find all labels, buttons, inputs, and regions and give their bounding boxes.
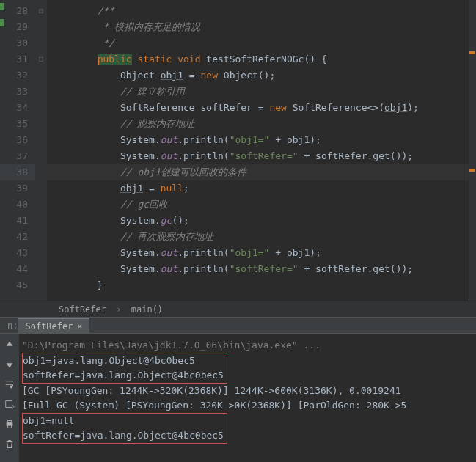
console-output[interactable]: "D:\Program Files\Java\jdk1.7.0_06\bin\j… [19, 334, 476, 462]
code-line[interactable]: */ [47, 35, 469, 51]
code-line[interactable]: // 建立软引用 [47, 84, 469, 100]
line-number[interactable]: 38 [0, 164, 35, 180]
line-number[interactable]: 37 [0, 148, 35, 164]
code-line[interactable]: System.gc(); [47, 213, 469, 229]
fold-handle[interactable]: ⊟ [35, 3, 47, 19]
code-line[interactable]: } [47, 277, 469, 293]
line-number[interactable]: 33 [0, 84, 35, 100]
warning-mark[interactable] [469, 51, 475, 54]
fold-handle[interactable] [35, 132, 47, 148]
console-line: [Full GC (System) [PSYoungGen: 320K->0K(… [22, 398, 473, 413]
run-toolbar: n: SoftRefer ✕ [0, 317, 476, 333]
code-line[interactable]: // 再次观察内存地址 [47, 229, 469, 245]
highlight-box-1: obj1=java.lang.Object@4bc0bec5 softRefer… [22, 353, 227, 384]
wrap-icon[interactable] [4, 379, 15, 392]
fold-handle[interactable] [35, 35, 47, 51]
run-tab-label: SoftRefer [25, 318, 73, 334]
code-area[interactable]: /** * 模拟内存充足的情况 */ public static void te… [47, 0, 469, 301]
line-number[interactable]: 32 [0, 67, 35, 84]
scroll-icon[interactable] [4, 399, 15, 411]
line-number[interactable]: 29 [0, 19, 35, 35]
breadcrumb-class[interactable]: SoftRefer [59, 304, 106, 315]
line-number[interactable]: 41 [0, 213, 35, 229]
code-line[interactable]: System.out.println("obj1=" + obj1); [47, 245, 469, 261]
console-toolbar [0, 334, 19, 462]
fold-handle[interactable] [35, 197, 47, 213]
fold-handle[interactable] [35, 213, 47, 229]
breadcrumb[interactable]: SoftRefer › main() [0, 301, 476, 317]
console-line: obj1=null [23, 414, 224, 428]
fold-handle[interactable] [35, 277, 47, 293]
code-line[interactable]: obj1 = null; [47, 180, 469, 197]
code-line[interactable]: System.out.println("softRefer=" + softRe… [47, 261, 469, 277]
code-editor[interactable]: 282930313233343536373839404142434445 ⊟⊟ … [0, 0, 476, 301]
fold-handle[interactable] [35, 245, 47, 261]
console-line: softRefer=java.lang.Object@4bc0bec5 [23, 368, 224, 383]
highlight-box-2: obj1=null softRefer=java.lang.Object@4bc… [22, 413, 227, 444]
line-number[interactable]: 39 [0, 180, 35, 197]
breadcrumb-sep: › [116, 304, 121, 315]
fold-handle[interactable] [35, 67, 47, 84]
code-line[interactable]: // 观察内存地址 [47, 116, 469, 132]
breadcrumb-method[interactable]: main() [131, 304, 163, 315]
fold-column[interactable]: ⊟⊟ [35, 0, 47, 301]
trash-icon[interactable] [4, 439, 15, 451]
line-number[interactable]: 44 [0, 261, 35, 277]
console-line: obj1=java.lang.Object@4bc0bec5 [23, 353, 224, 368]
code-line[interactable]: Object obj1 = new Object(); [47, 67, 469, 84]
up-icon[interactable] [4, 340, 15, 352]
line-number[interactable]: 40 [0, 197, 35, 213]
fold-handle[interactable] [35, 261, 47, 277]
fold-handle[interactable] [35, 100, 47, 116]
console-cmd: "D:\Program Files\Java\jdk1.7.0_06\bin\j… [22, 338, 473, 353]
fold-handle[interactable]: ⊟ [35, 51, 47, 67]
svg-rect-0 [6, 401, 12, 408]
code-line[interactable]: // obj1创建可以回收的条件 [47, 164, 469, 180]
fold-handle[interactable] [35, 164, 47, 180]
code-line[interactable]: public static void testSoftReferNOGc() { [47, 51, 469, 67]
console-panel: "D:\Program Files\Java\jdk1.7.0_06\bin\j… [0, 333, 476, 462]
console-line: softRefer=java.lang.Object@4bc0bec5 [23, 428, 224, 443]
line-number-gutter[interactable]: 282930313233343536373839404142434445 [0, 0, 35, 301]
warning-mark[interactable] [469, 169, 475, 172]
run-tab-softrefer[interactable]: SoftRefer ✕ [18, 318, 89, 334]
code-line[interactable]: SoftReference softRefer = new SoftRefere… [47, 100, 469, 116]
code-line[interactable]: System.out.println("obj1=" + obj1); [47, 132, 469, 148]
line-number[interactable]: 42 [0, 229, 35, 245]
fold-handle[interactable] [35, 19, 47, 35]
line-number[interactable]: 28 [0, 3, 35, 19]
fold-handle[interactable] [35, 84, 47, 100]
line-number[interactable]: 30 [0, 35, 35, 51]
fold-handle[interactable] [35, 229, 47, 245]
down-icon[interactable] [4, 359, 15, 372]
line-number[interactable]: 35 [0, 116, 35, 132]
line-number[interactable]: 43 [0, 245, 35, 261]
line-number[interactable]: 45 [0, 277, 35, 293]
error-stripe[interactable] [469, 0, 476, 301]
line-number[interactable]: 34 [0, 100, 35, 116]
run-label: n: [0, 318, 18, 334]
code-line[interactable]: /** [47, 3, 469, 19]
line-number[interactable]: 36 [0, 132, 35, 148]
close-icon[interactable]: ✕ [77, 318, 82, 334]
svg-rect-2 [7, 421, 11, 423]
fold-handle[interactable] [35, 116, 47, 132]
console-line: [GC [PSYoungGen: 1244K->320K(2368K)] 124… [22, 384, 473, 398]
code-line[interactable]: System.out.println("softRefer=" + softRe… [47, 148, 469, 164]
print-icon[interactable] [4, 419, 15, 431]
fold-handle[interactable] [35, 148, 47, 164]
line-number[interactable]: 31 [0, 51, 35, 67]
code-line[interactable]: // gc回收 [47, 197, 469, 213]
fold-handle[interactable] [35, 180, 47, 197]
code-line[interactable]: * 模拟内存充足的情况 [47, 19, 469, 35]
